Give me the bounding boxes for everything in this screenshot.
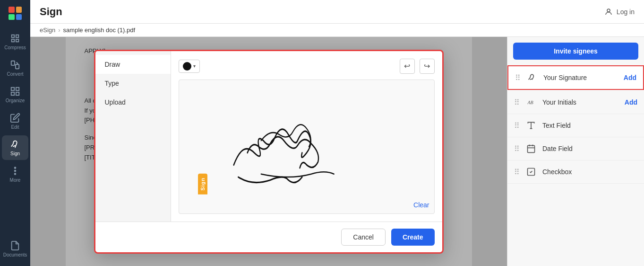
topbar: Sign Log in [30,0,644,24]
svg-rect-3 [16,39,19,42]
create-button[interactable]: Create [391,229,435,246]
tab-upload[interactable]: Upload [95,93,171,112]
sidebar-item-compress-label: Compress [4,45,26,50]
sidebar-item-documents-label: Documents [3,252,27,257]
sidebar-item-sign-label: Sign [10,151,20,156]
logo-cell-blue [16,14,22,20]
breadcrumb-current: sample english doc (1).pdf [63,27,135,34]
signature-icon [525,71,539,84]
svg-rect-7 [16,88,19,90]
panel-item-checkbox[interactable]: ⠿ Checkbox [507,160,644,184]
panel-item-date-label: Date Field [542,145,637,152]
breadcrumb-separator: › [58,27,60,34]
breadcrumb-parent[interactable]: eSign [40,27,55,34]
app-logo [6,4,25,23]
panel-item-signature-label: Your Signature [543,74,619,81]
more-icon [10,166,20,176]
undo-button[interactable]: ↩ [400,59,415,74]
convert-icon [10,60,20,70]
organize-icon [10,86,20,97]
drag-handle-icon: ⠿ [515,73,521,82]
sidebar-item-sign[interactable]: Sign [2,135,28,160]
login-label: Log in [617,8,635,16]
panel-item-date-field[interactable]: ⠿ Date Field [507,137,644,160]
color-picker-button[interactable]: ▾ [179,60,200,73]
sidebar-item-organize[interactable]: Organize [2,82,28,107]
modal-tabs: Draw Type Upload [95,51,171,222]
drag-handle-date-icon: ⠿ [514,144,520,153]
signature-drawing [179,80,434,213]
user-icon [604,8,613,16]
tab-type[interactable]: Type [95,74,171,93]
document-area: APPLY]. • [bullet 1] • [bullet 2] • [bul… [30,37,507,266]
panel-item-text-field[interactable]: ⠿ Text Field [507,114,644,137]
svg-point-13 [607,9,610,12]
svg-point-12 [15,173,16,175]
sidebar-item-convert[interactable]: Convert [2,56,28,80]
signature-draw-area[interactable]: Sign Clear [179,80,435,214]
sidebar-item-compress[interactable]: Compress [2,29,28,54]
initials-icon: AB [524,96,538,109]
content-area: APPLY]. • [bullet 1] • [bullet 2] • [bul… [30,37,644,266]
svg-rect-17 [528,145,535,152]
logo-cell-green [9,14,15,20]
selected-color-dot [183,62,191,71]
right-panel: Invite signees ⠿ Your Signature Add ⠿ [507,37,644,266]
panel-item-initials-label: Your Initials [542,98,620,106]
modal-draw-content: ▾ ↩ ↪ [171,51,442,222]
panel-item-your-initials[interactable]: ⠿ AB Your Initials Add [507,91,644,114]
modal-overlay: Draw Type Upload ▾ [30,37,507,266]
svg-rect-0 [12,35,15,38]
date-field-icon [524,142,538,155]
sidebar-item-organize-label: Organize [6,98,25,103]
svg-rect-2 [12,39,15,42]
page-title: Sign [40,6,62,18]
svg-rect-8 [11,92,14,95]
redo-button[interactable]: ↪ [420,59,435,74]
text-field-icon [524,119,538,132]
svg-point-11 [15,170,16,172]
panel-item-initials-add[interactable]: Add [625,98,637,106]
main-area: Sign Log in eSign › sample english doc (… [30,0,644,266]
sidebar-item-more-label: More [10,177,21,183]
compress-icon [10,33,20,44]
drag-handle-initials-icon: ⠿ [514,98,520,107]
clear-button[interactable]: Clear [413,201,429,209]
svg-rect-4 [11,61,15,65]
signature-modal: Draw Type Upload ▾ [94,50,444,254]
checkbox-icon [524,165,538,178]
cancel-button[interactable]: Cancel [341,229,386,246]
documents-icon [10,240,20,251]
drag-handle-checkbox-icon: ⠿ [514,168,520,177]
sidebar-item-more[interactable]: More [2,162,28,186]
invite-signees-button[interactable]: Invite signees [513,43,638,60]
sign-label-tag: Sign [198,174,207,195]
logo-cell-red [9,7,15,13]
svg-rect-6 [11,88,14,90]
sidebar-item-documents[interactable]: Documents [2,237,28,261]
sidebar: Compress Convert Organize Edit Sign More… [0,0,30,266]
modal-body: Draw Type Upload ▾ [95,51,442,222]
svg-rect-9 [16,92,19,95]
panel-item-text-label: Text Field [542,122,637,129]
panel-item-signature-add[interactable]: Add [624,74,636,81]
color-chevron-icon: ▾ [193,63,196,69]
svg-text:AB: AB [527,100,533,105]
edit-icon [10,113,20,123]
breadcrumb: eSign › sample english doc (1).pdf [30,24,644,37]
tab-draw[interactable]: Draw [95,55,171,74]
logo-cell-orange [16,7,22,13]
panel-item-your-signature[interactable]: ⠿ Your Signature Add [507,65,644,90]
modal-footer: Cancel Create [95,222,442,252]
svg-rect-5 [16,64,19,69]
login-button[interactable]: Log in [604,8,635,16]
svg-rect-1 [16,35,19,38]
sign-icon [10,139,20,150]
svg-point-10 [15,167,16,168]
drag-handle-text-icon: ⠿ [514,121,520,130]
panel-item-checkbox-label: Checkbox [542,168,637,176]
sidebar-item-edit-label: Edit [11,124,19,130]
sidebar-item-edit[interactable]: Edit [2,109,28,133]
sidebar-item-convert-label: Convert [7,71,23,77]
modal-toolbar: ▾ ↩ ↪ [179,59,435,74]
